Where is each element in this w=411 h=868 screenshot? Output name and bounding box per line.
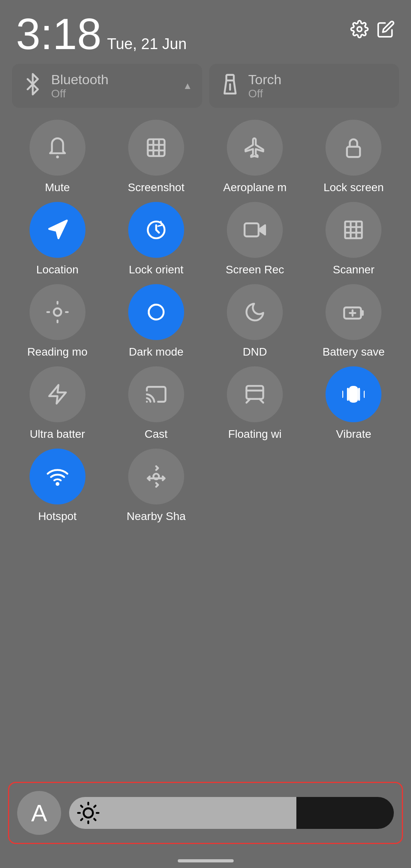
ultra-battery-tile[interactable]: Ultra batter	[12, 366, 103, 441]
screen-rec-tile[interactable]: Screen Rec	[210, 202, 300, 276]
scanner-icon	[342, 219, 365, 241]
brightness-slider[interactable]	[69, 797, 394, 829]
reading-mode-tile[interactable]: Reading mo	[12, 284, 103, 358]
scanner-label: Scanner	[333, 263, 374, 276]
mute-label: Mute	[45, 181, 70, 194]
screenshot-icon-circle	[128, 120, 184, 176]
location-icon	[46, 219, 69, 241]
scanner-tile[interactable]: Scanner	[308, 202, 399, 276]
svg-point-35	[153, 474, 159, 479]
ultra-battery-icon	[46, 383, 69, 405]
hotspot-label: Hotspot	[38, 510, 77, 523]
battery-save-tile[interactable]: Battery save	[308, 284, 399, 358]
lock-orient-tile[interactable]: Lock orient	[111, 202, 201, 276]
status-icons	[350, 12, 395, 38]
cast-icon	[145, 383, 167, 405]
floating-wi-label: Floating wi	[228, 428, 282, 441]
location-tile[interactable]: Location	[12, 202, 103, 276]
user-avatar[interactable]: A	[17, 791, 61, 835]
svg-rect-13	[244, 223, 258, 237]
status-bar: 3:18 Tue, 21 Jun	[0, 0, 411, 60]
cast-tile[interactable]: Cast	[111, 366, 201, 441]
top-tiles-row: Bluetooth Off ▲ Torch Off	[0, 64, 411, 108]
lock-orient-icon	[145, 219, 167, 241]
hotspot-icon	[46, 465, 69, 488]
vibrate-icon	[342, 383, 365, 405]
svg-point-19	[54, 308, 61, 316]
tile-grid: Mute Screenshot Aeroplane	[12, 120, 399, 523]
aeroplane-label: Aeroplane m	[223, 181, 287, 194]
screenshot-tile[interactable]: Screenshot	[111, 120, 201, 194]
aeroplane-icon-circle	[227, 120, 283, 176]
svg-rect-9	[347, 147, 360, 157]
screen-rec-label: Screen Rec	[226, 263, 284, 276]
vibrate-tile[interactable]: Vibrate	[308, 366, 399, 441]
torch-icon	[219, 73, 241, 99]
dark-mode-icon	[145, 301, 167, 323]
svg-marker-12	[258, 225, 265, 234]
mute-icon	[46, 136, 69, 159]
reading-mode-icon	[46, 301, 69, 323]
ultra-battery-icon-circle	[30, 366, 85, 422]
cast-label: Cast	[145, 428, 168, 441]
lock-screen-icon-circle	[326, 120, 381, 176]
svg-rect-14	[345, 221, 362, 238]
screen-rec-icon	[244, 219, 266, 241]
svg-line-43	[81, 819, 82, 820]
dnd-icon-circle	[227, 284, 283, 340]
avatar-letter: A	[31, 799, 47, 827]
lock-screen-tile[interactable]: Lock screen	[308, 120, 399, 194]
dark-mode-label: Dark mode	[129, 346, 183, 358]
svg-rect-32	[350, 387, 357, 401]
torch-tile[interactable]: Torch Off	[209, 64, 399, 108]
quick-settings-grid: Mute Screenshot Aeroplane	[0, 108, 411, 523]
edit-icon	[377, 20, 395, 38]
hotspot-tile[interactable]: Hotspot	[12, 449, 103, 523]
bluetooth-tile[interactable]: Bluetooth Off ▲	[12, 64, 202, 108]
brightness-icon	[77, 802, 99, 824]
bluetooth-label: Bluetooth	[51, 72, 109, 87]
aeroplane-tile[interactable]: Aeroplane m	[210, 120, 300, 194]
screenshot-icon	[145, 136, 167, 159]
cast-icon-circle	[128, 366, 184, 422]
clock-time: 3:18	[16, 12, 101, 56]
bluetooth-icon	[22, 73, 44, 99]
floating-wi-icon	[244, 383, 266, 405]
svg-point-0	[357, 27, 362, 32]
svg-line-39	[81, 806, 82, 807]
lock-orient-icon-circle	[128, 202, 184, 258]
nearby-share-label: Nearby Sha	[127, 510, 186, 523]
bluetooth-text: Bluetooth Off	[51, 72, 109, 100]
reading-mode-label: Reading mo	[27, 346, 87, 358]
aeroplane-icon	[244, 136, 266, 159]
dark-mode-icon-circle	[128, 284, 184, 340]
ultra-battery-label: Ultra batter	[30, 428, 85, 441]
svg-rect-4	[148, 139, 165, 156]
floating-wi-icon-circle	[227, 366, 283, 422]
mute-tile[interactable]: Mute	[12, 120, 103, 194]
home-indicator[interactable]	[178, 859, 234, 862]
battery-save-icon	[342, 301, 365, 323]
torch-sublabel: Off	[248, 87, 282, 100]
nearby-share-icon	[145, 465, 167, 488]
torch-text: Torch Off	[248, 72, 282, 100]
bluetooth-arrow: ▲	[183, 80, 193, 91]
vibrate-label: Vibrate	[336, 428, 371, 441]
dark-mode-tile[interactable]: Dark mode	[111, 284, 201, 358]
svg-marker-28	[49, 385, 66, 404]
nearby-share-tile[interactable]: Nearby Sha	[111, 449, 201, 523]
dnd-tile[interactable]: DND	[210, 284, 300, 358]
screen-rec-icon-circle	[227, 202, 283, 258]
floating-wi-tile[interactable]: Floating wi	[210, 366, 300, 441]
svg-rect-30	[246, 386, 263, 399]
bluetooth-sublabel: Off	[51, 87, 109, 100]
mute-icon-circle	[30, 120, 85, 176]
battery-save-label: Battery save	[323, 346, 385, 358]
location-icon-circle	[30, 202, 85, 258]
dnd-icon	[244, 301, 266, 323]
svg-point-33	[56, 483, 58, 485]
svg-rect-1	[226, 75, 234, 80]
lock-screen-label: Lock screen	[324, 181, 384, 194]
reading-mode-icon-circle	[30, 284, 85, 340]
dnd-label: DND	[243, 346, 267, 358]
